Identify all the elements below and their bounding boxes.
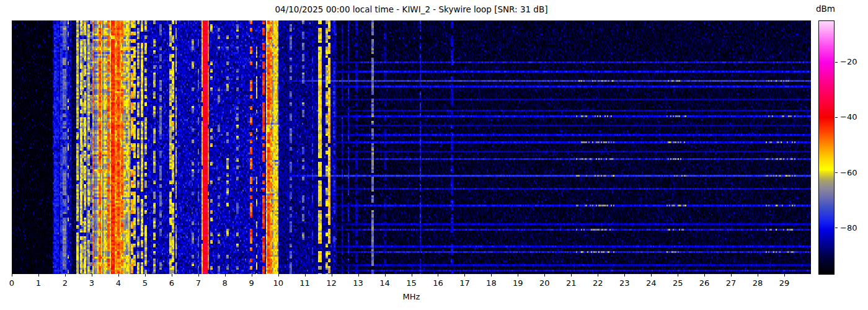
x-tick-label: 27 bbox=[719, 278, 743, 288]
spectrogram-heatmap bbox=[12, 20, 811, 274]
x-tick-mark bbox=[278, 274, 279, 277]
x-tick-label: 5 bbox=[133, 278, 157, 288]
x-tick-mark bbox=[385, 274, 386, 277]
x-tick-label: 0 bbox=[0, 278, 24, 288]
x-tick-label: 1 bbox=[26, 278, 51, 288]
x-tick-label: 28 bbox=[745, 278, 770, 288]
x-tick-mark bbox=[518, 274, 518, 277]
x-tick-mark bbox=[252, 274, 252, 277]
x-tick-label: 22 bbox=[585, 278, 610, 288]
x-tick-mark bbox=[225, 274, 226, 277]
x-tick-label: 26 bbox=[692, 278, 717, 288]
x-tick-mark bbox=[332, 274, 332, 277]
x-tick-label: 7 bbox=[186, 278, 211, 288]
x-tick-label: 10 bbox=[266, 278, 291, 288]
colorbar-tick-label: −40 bbox=[840, 112, 857, 122]
x-tick-mark bbox=[412, 274, 412, 277]
x-tick-label: 2 bbox=[53, 278, 78, 288]
colorbar-tick-label: −20 bbox=[840, 57, 857, 66]
x-tick-label: 11 bbox=[293, 278, 317, 288]
x-tick-mark bbox=[678, 274, 678, 277]
colorbar-tick-label: −80 bbox=[840, 223, 857, 232]
x-tick-mark bbox=[544, 274, 545, 277]
x-tick-mark bbox=[704, 274, 705, 277]
colorbar-tick-mark bbox=[835, 117, 838, 118]
x-tick-mark bbox=[92, 274, 92, 277]
x-tick-label: 8 bbox=[213, 278, 237, 288]
x-tick-label: 15 bbox=[399, 278, 424, 288]
x-tick-label: 4 bbox=[106, 278, 131, 288]
x-tick-mark bbox=[145, 274, 146, 277]
x-tick-label: 21 bbox=[559, 278, 583, 288]
x-tick-mark bbox=[651, 274, 652, 277]
x-tick-mark bbox=[571, 274, 572, 277]
x-tick-label: 14 bbox=[373, 278, 397, 288]
x-tick-label: 17 bbox=[452, 278, 477, 288]
x-tick-mark bbox=[118, 274, 119, 277]
x-tick-label: 25 bbox=[665, 278, 690, 288]
spectrum-waterfall-figure: 04/10/2025 00:00 local time - KIWI_2 - S… bbox=[0, 0, 868, 310]
x-tick-mark bbox=[464, 274, 465, 277]
x-tick-label: 6 bbox=[159, 278, 184, 288]
x-tick-label: 19 bbox=[505, 278, 530, 288]
x-axis-label: MHz bbox=[12, 292, 811, 301]
colorbar-tick-mark bbox=[835, 172, 838, 173]
x-tick-mark bbox=[198, 274, 199, 277]
colorbar-tick-mark bbox=[835, 228, 838, 228]
x-tick-label: 24 bbox=[639, 278, 663, 288]
x-tick-mark bbox=[491, 274, 492, 277]
x-tick-mark bbox=[784, 274, 785, 277]
x-tick-label: 12 bbox=[319, 278, 344, 288]
x-tick-mark bbox=[758, 274, 758, 277]
x-tick-label: 18 bbox=[479, 278, 503, 288]
x-tick-mark bbox=[65, 274, 66, 277]
x-tick-mark bbox=[172, 274, 172, 277]
x-tick-mark bbox=[12, 274, 12, 277]
chart-title: 04/10/2025 00:00 local time - KIWI_2 - S… bbox=[12, 4, 811, 14]
x-tick-mark bbox=[438, 274, 438, 277]
x-tick-label: 29 bbox=[772, 278, 797, 288]
colorbar-gradient bbox=[818, 20, 835, 275]
x-tick-mark bbox=[731, 274, 732, 277]
x-tick-label: 20 bbox=[532, 278, 557, 288]
x-tick-label: 23 bbox=[612, 278, 637, 288]
x-tick-mark bbox=[598, 274, 598, 277]
x-tick-mark bbox=[38, 274, 39, 277]
colorbar-tick-label: −60 bbox=[840, 168, 857, 177]
x-tick-mark bbox=[624, 274, 625, 277]
x-tick-label: 13 bbox=[346, 278, 371, 288]
colorbar-tick-mark bbox=[835, 62, 838, 63]
x-tick-label: 16 bbox=[425, 278, 450, 288]
x-tick-mark bbox=[358, 274, 359, 277]
colorbar-unit-label: dBm bbox=[816, 4, 835, 14]
x-tick-mark bbox=[305, 274, 306, 277]
x-tick-label: 9 bbox=[239, 278, 264, 288]
x-tick-label: 3 bbox=[79, 278, 104, 288]
